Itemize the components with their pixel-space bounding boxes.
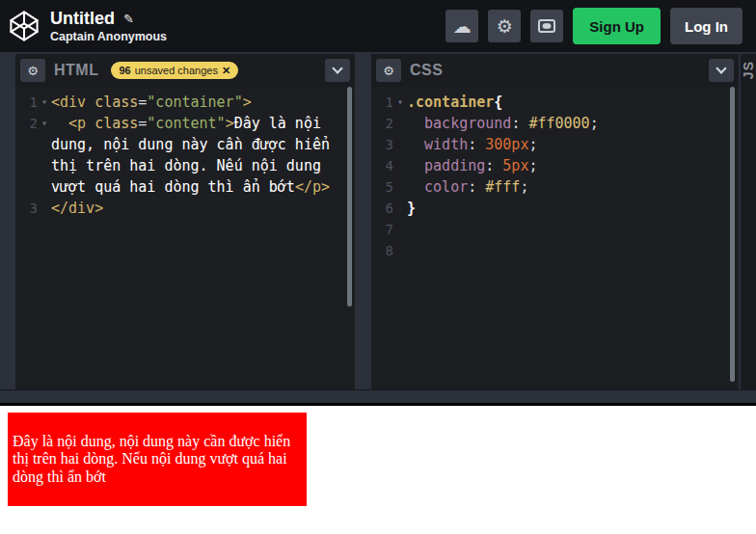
codepen-logo-icon[interactable] — [10, 11, 39, 41]
left-rail — [0, 54, 15, 389]
code-token: class — [86, 115, 138, 132]
code-line-text: width: 300px; — [407, 134, 739, 155]
html-collapse-button[interactable] — [325, 59, 350, 82]
code-line: 2 background: #ff0000; — [371, 113, 739, 134]
code-line-text — [407, 219, 739, 240]
pen-settings-button[interactable]: ⚙ — [488, 10, 521, 42]
code-token: : — [468, 136, 485, 153]
edit-pencil-icon[interactable]: ✎ — [123, 12, 134, 26]
code-token: ; — [528, 136, 537, 153]
code-line: 8 — [371, 240, 739, 261]
html-panel-title: HTML — [54, 62, 98, 79]
html-panel: ⚙ HTML 96 unsaved changes ✕ 1▾<div class… — [15, 54, 355, 389]
save-cloud-button[interactable]: ☁ — [446, 10, 478, 42]
fold-spacer — [393, 198, 407, 219]
line-number: 1 — [386, 92, 393, 113]
js-rail-label: JS — [741, 61, 756, 79]
line-number: 6 — [386, 198, 393, 219]
code-token: #fff — [485, 178, 520, 196]
js-rail-collapsed[interactable]: JS — [739, 54, 756, 389]
code-token: = — [138, 115, 147, 132]
fold-spacer — [38, 198, 51, 219]
header-actions: ☁ ⚙ Sign Up Log In — [446, 8, 742, 44]
pen-title: Untitled — [50, 9, 115, 28]
line-number: 7 — [386, 219, 393, 240]
close-icon[interactable]: ✕ — [222, 65, 230, 77]
code-token: <p — [68, 115, 86, 132]
code-token: } — [407, 200, 416, 217]
css-collapse-button[interactable] — [709, 59, 734, 82]
code-line-text: </div> — [51, 198, 348, 219]
code-line-text: } — [407, 198, 739, 219]
unsaved-label: unsaved changes — [135, 65, 218, 76]
html-editor-scrollbar[interactable] — [347, 87, 352, 307]
code-line: 7 — [371, 219, 739, 240]
code-line: 2▾ <p class="content">Đây là nội dung, n… — [15, 113, 355, 198]
fold-arrow-icon[interactable]: ▾ — [38, 113, 51, 134]
pen-titles: Untitled ✎ Captain Anonymous — [50, 9, 446, 43]
fold-spacer — [393, 113, 407, 134]
gear-icon: ⚙ — [383, 64, 394, 78]
code-token: background — [424, 115, 511, 132]
code-token: 5px — [502, 157, 528, 174]
code-token: > — [243, 93, 252, 111]
editor-preview-resizer[interactable] — [0, 389, 756, 406]
fold-spacer — [393, 219, 407, 240]
code-token: "container" — [147, 93, 242, 111]
line-number: 8 — [386, 240, 393, 261]
css-panel-title: CSS — [410, 62, 443, 79]
code-line-text: background: #ff0000; — [407, 113, 739, 134]
css-settings-button[interactable]: ⚙ — [376, 59, 401, 82]
unsaved-changes-badge: 96 unsaved changes ✕ — [111, 62, 238, 79]
unsaved-count: 96 — [119, 65, 130, 76]
html-panel-header: ⚙ HTML 96 unsaved changes ✕ — [15, 54, 355, 87]
preview-container-box: Đây là nội dung, nội dung này cần được h… — [8, 413, 307, 506]
html-editor[interactable]: 1▾<div class="container">2▾ <p class="co… — [15, 87, 355, 389]
code-token: class — [86, 93, 138, 111]
code-line-text: padding: 5px; — [407, 155, 739, 176]
view-icon — [538, 19, 555, 33]
code-token: width — [424, 136, 468, 153]
html-settings-button[interactable]: ⚙ — [20, 59, 45, 82]
code-line: 4 padding: 5px; — [371, 155, 739, 176]
preview-paragraph: Đây là nội dung, nội dung này cần được h… — [13, 433, 302, 486]
line-number: 2 — [386, 113, 393, 134]
fold-arrow-icon[interactable]: ▾ — [38, 92, 51, 113]
change-view-button[interactable] — [530, 10, 563, 42]
gear-icon: ⚙ — [27, 64, 39, 78]
editors-section: ⚙ HTML 96 unsaved changes ✕ 1▾<div class… — [0, 52, 756, 389]
fold-spacer — [393, 155, 407, 176]
fold-arrow-icon[interactable]: ▾ — [393, 92, 407, 113]
code-token: <div — [51, 93, 86, 111]
cloud-icon: ☁ — [453, 17, 472, 36]
code-line-text — [407, 240, 739, 261]
css-editor[interactable]: 1▾.container{2 background: #ff0000;3 wid… — [371, 87, 739, 389]
code-line-text: .container{ — [407, 92, 739, 113]
code-line-text: color: #fff; — [407, 176, 739, 198]
code-line: 6} — [371, 198, 739, 219]
chevron-down-icon — [716, 63, 726, 73]
code-token: : — [511, 115, 528, 132]
code-token — [407, 115, 424, 132]
css-panel-header: ⚙ CSS — [371, 54, 739, 87]
code-token: padding — [424, 157, 485, 174]
code-token: #ff0000 — [528, 115, 589, 132]
code-token: 300px — [485, 136, 528, 153]
code-token: .container — [407, 93, 494, 111]
signup-button[interactable]: Sign Up — [573, 8, 661, 44]
code-line: 1▾<div class="container"> — [15, 92, 355, 113]
code-token: : — [468, 178, 485, 196]
css-editor-scrollbar[interactable] — [730, 87, 735, 382]
chevron-down-icon — [332, 63, 342, 73]
code-token — [407, 136, 424, 153]
panel-divider[interactable] — [355, 54, 371, 389]
code-token — [51, 115, 68, 132]
line-number: 1 — [30, 92, 38, 113]
fold-spacer — [393, 134, 407, 155]
gear-icon: ⚙ — [497, 17, 513, 36]
login-button[interactable]: Log In — [670, 8, 742, 44]
code-line: 5 color: #fff; — [371, 176, 739, 198]
code-token: color — [424, 178, 468, 196]
fold-spacer — [393, 176, 407, 198]
code-line: 3 width: 300px; — [371, 134, 739, 155]
